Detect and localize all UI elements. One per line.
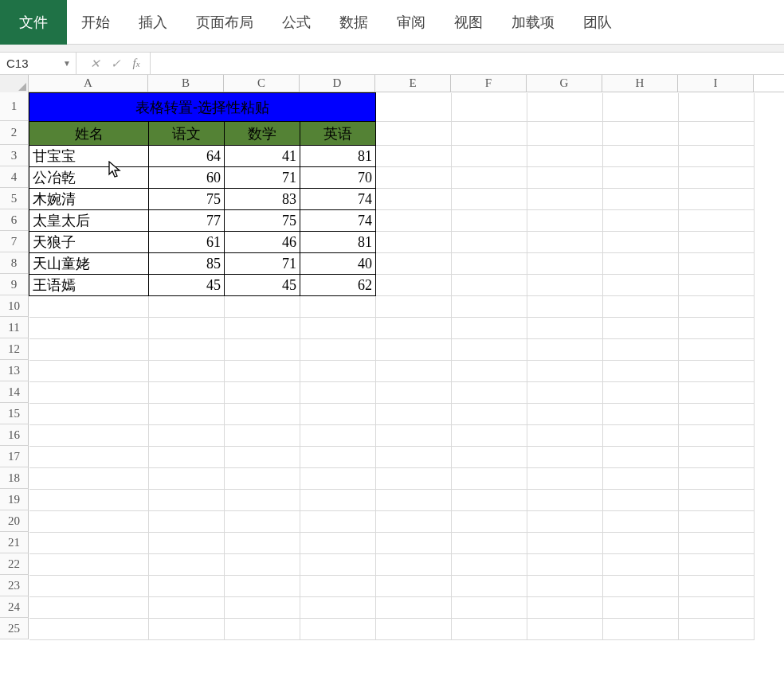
cell[interactable] bbox=[149, 339, 225, 361]
cell[interactable] bbox=[527, 447, 603, 468]
cell[interactable] bbox=[300, 554, 376, 576]
cell[interactable] bbox=[679, 210, 755, 232]
cell[interactable] bbox=[452, 554, 527, 576]
cell[interactable] bbox=[376, 597, 452, 619]
cell[interactable] bbox=[29, 533, 149, 554]
cell[interactable] bbox=[300, 511, 376, 533]
cell[interactable] bbox=[679, 382, 755, 404]
cell[interactable] bbox=[679, 490, 755, 511]
cell[interactable] bbox=[376, 425, 452, 447]
cell[interactable] bbox=[527, 404, 603, 425]
cell[interactable] bbox=[679, 447, 755, 468]
column-header[interactable]: H bbox=[602, 75, 678, 92]
cell[interactable] bbox=[527, 122, 603, 146]
table-cell-name[interactable]: 王语嫣 bbox=[29, 275, 149, 296]
row-header[interactable]: 9 bbox=[0, 274, 29, 295]
cell[interactable] bbox=[149, 619, 225, 640]
cell[interactable] bbox=[376, 146, 452, 167]
row-header[interactable]: 18 bbox=[0, 467, 29, 489]
cell[interactable] bbox=[679, 93, 755, 122]
table-cell-name[interactable]: 木婉清 bbox=[29, 189, 149, 210]
cell[interactable] bbox=[452, 447, 527, 468]
cell[interactable] bbox=[679, 597, 755, 619]
cell[interactable] bbox=[527, 146, 603, 167]
cell[interactable] bbox=[679, 361, 755, 382]
column-header[interactable]: A bbox=[29, 75, 148, 92]
cell[interactable] bbox=[376, 361, 452, 382]
cell[interactable] bbox=[452, 576, 527, 597]
ribbon-tab-addins[interactable]: 加载项 bbox=[497, 0, 569, 45]
cell[interactable] bbox=[679, 275, 755, 296]
row-header[interactable]: 12 bbox=[0, 338, 29, 360]
row-header[interactable]: 24 bbox=[0, 596, 29, 618]
cell[interactable] bbox=[376, 253, 452, 275]
row-header[interactable]: 22 bbox=[0, 553, 29, 575]
table-cell-value[interactable]: 85 bbox=[149, 253, 225, 275]
name-box[interactable]: C13 ▼ bbox=[0, 53, 76, 74]
cell[interactable] bbox=[679, 232, 755, 253]
cell[interactable] bbox=[300, 447, 376, 468]
cell[interactable] bbox=[603, 619, 679, 640]
cell[interactable] bbox=[225, 511, 300, 533]
cell[interactable] bbox=[603, 93, 679, 122]
cell[interactable] bbox=[225, 318, 300, 339]
table-header-cell[interactable]: 姓名 bbox=[29, 122, 149, 146]
cell[interactable] bbox=[225, 425, 300, 447]
cell[interactable] bbox=[603, 468, 679, 490]
cell[interactable] bbox=[527, 382, 603, 404]
cell[interactable] bbox=[452, 533, 527, 554]
ribbon-tab-formulas[interactable]: 公式 bbox=[268, 0, 325, 45]
row-header[interactable]: 8 bbox=[0, 252, 29, 274]
cell[interactable] bbox=[452, 468, 527, 490]
table-cell-value[interactable]: 70 bbox=[300, 167, 376, 189]
row-header[interactable]: 6 bbox=[0, 209, 29, 231]
cell[interactable] bbox=[527, 554, 603, 576]
cell[interactable] bbox=[603, 425, 679, 447]
cell[interactable] bbox=[225, 468, 300, 490]
table-cell-name[interactable]: 甘宝宝 bbox=[29, 146, 149, 167]
ribbon-tab-team[interactable]: 团队 bbox=[569, 0, 626, 45]
cell[interactable] bbox=[679, 318, 755, 339]
column-header[interactable]: E bbox=[375, 75, 451, 92]
cell[interactable] bbox=[452, 210, 527, 232]
select-all-corner[interactable] bbox=[0, 75, 29, 92]
cell[interactable] bbox=[603, 232, 679, 253]
cell[interactable] bbox=[603, 554, 679, 576]
row-header[interactable]: 4 bbox=[0, 166, 29, 188]
cell[interactable] bbox=[29, 597, 149, 619]
cell[interactable] bbox=[603, 189, 679, 210]
cell[interactable] bbox=[149, 361, 225, 382]
table-cell-value[interactable]: 64 bbox=[149, 146, 225, 167]
cell[interactable] bbox=[376, 468, 452, 490]
cell[interactable] bbox=[376, 511, 452, 533]
cell[interactable] bbox=[149, 404, 225, 425]
cell[interactable] bbox=[376, 93, 452, 122]
table-header-cell[interactable]: 语文 bbox=[149, 122, 225, 146]
cell[interactable] bbox=[679, 339, 755, 361]
table-title[interactable]: 表格转置-选择性粘贴 bbox=[29, 93, 376, 122]
cell[interactable] bbox=[679, 468, 755, 490]
cell[interactable] bbox=[452, 404, 527, 425]
cell[interactable] bbox=[679, 554, 755, 576]
row-header[interactable]: 17 bbox=[0, 446, 29, 467]
cell[interactable] bbox=[527, 275, 603, 296]
cell[interactable] bbox=[452, 253, 527, 275]
cell[interactable] bbox=[603, 447, 679, 468]
cell[interactable] bbox=[603, 490, 679, 511]
cell[interactable] bbox=[300, 339, 376, 361]
cell[interactable] bbox=[679, 122, 755, 146]
cell[interactable] bbox=[452, 425, 527, 447]
cell[interactable] bbox=[300, 533, 376, 554]
cell[interactable] bbox=[376, 339, 452, 361]
cell[interactable] bbox=[225, 361, 300, 382]
table-cell-value[interactable]: 60 bbox=[149, 167, 225, 189]
cell[interactable] bbox=[29, 318, 149, 339]
cell[interactable] bbox=[376, 490, 452, 511]
cell[interactable] bbox=[300, 318, 376, 339]
cell[interactable] bbox=[452, 619, 527, 640]
cell[interactable] bbox=[225, 404, 300, 425]
cell[interactable] bbox=[527, 619, 603, 640]
cells-area[interactable]: 表格转置-选择性粘贴姓名语文数学英语甘宝宝644181公冶乾607170木婉清7… bbox=[29, 92, 784, 640]
cell[interactable] bbox=[603, 275, 679, 296]
column-header[interactable]: F bbox=[451, 75, 527, 92]
